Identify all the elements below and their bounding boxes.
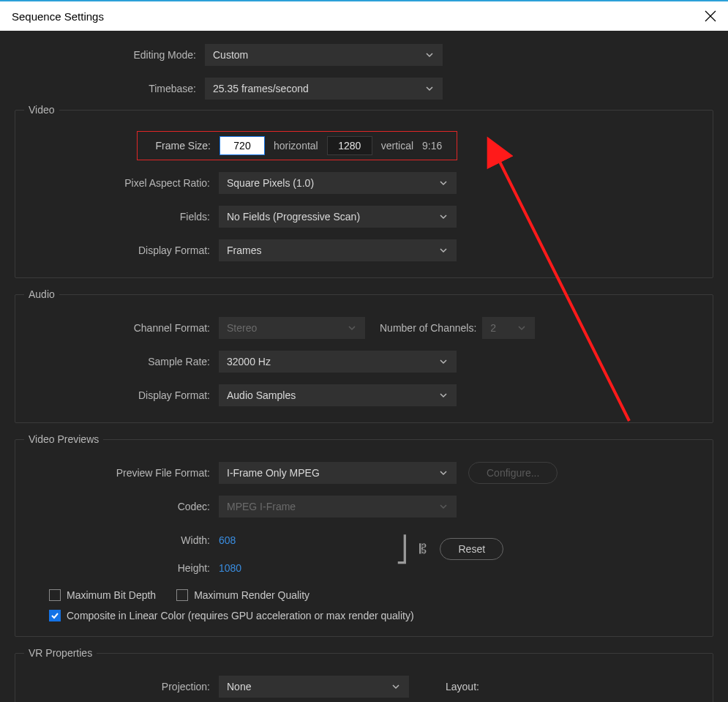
checkbox-checked-icon [49, 610, 61, 621]
vertical-label: vertical [381, 140, 413, 152]
sample-rate-row: Sample Rate: 32000 Hz [29, 349, 699, 374]
sample-rate-value: 32000 Hz [227, 356, 271, 367]
timebase-value: 25.35 frames/second [213, 83, 309, 94]
projection-row: Projection: None Layout: [29, 674, 699, 699]
preview-file-format-value: I-Frame Only MPEG [227, 467, 320, 479]
chevron-down-icon [517, 323, 527, 333]
par-row: Pixel Aspect Ratio: Square Pixels (1.0) [29, 171, 699, 195]
preview-height-row: Height: 1080 ⎦ 𝄡 Reset [29, 556, 699, 580]
editing-mode-select[interactable]: Custom [205, 44, 443, 66]
composite-label: Composite in Linear Color (requires GPU … [67, 610, 414, 621]
codec-value: MPEG I-Frame [227, 501, 296, 512]
chevron-down-icon [391, 682, 401, 692]
channel-format-select: Stereo [219, 317, 365, 339]
fields-select[interactable]: No Fields (Progressive Scan) [219, 206, 457, 228]
chevron-down-icon [438, 356, 449, 367]
channel-format-value: Stereo [227, 322, 257, 334]
chevron-down-icon [438, 212, 449, 222]
chevron-down-icon [424, 83, 435, 94]
max-checkboxes-row: Maximum Bit Depth Maximum Render Quality [29, 589, 699, 601]
audio-display-format-select[interactable]: Audio Samples [219, 384, 457, 406]
chevron-down-icon [438, 501, 449, 512]
chevron-down-icon [347, 323, 357, 333]
max-render-quality-label: Maximum Render Quality [194, 589, 309, 601]
chevron-down-icon [424, 50, 435, 60]
dialog-content: Editing Mode: Custom Timebase: 25.35 fra… [0, 31, 728, 702]
checkbox-icon [49, 589, 61, 601]
preview-height-value[interactable]: 1080 [219, 562, 241, 574]
video-group: Video Frame Size: horizontal vertical 9:… [15, 110, 713, 278]
sample-rate-select[interactable]: 32000 Hz [219, 351, 457, 373]
reset-button[interactable]: Reset [440, 538, 503, 560]
timebase-row: Timebase: 25.35 frames/second [15, 76, 713, 101]
par-value: Square Pixels (1.0) [227, 177, 314, 189]
window-title: Sequence Settings [12, 10, 104, 23]
layout-label: Layout: [446, 681, 479, 692]
audio-group-title: Audio [24, 288, 59, 300]
max-bit-depth-checkbox[interactable]: Maximum Bit Depth [49, 589, 156, 601]
frame-width-input[interactable] [219, 136, 265, 155]
codec-label: Codec: [29, 501, 219, 512]
channel-format-label: Channel Format: [29, 322, 219, 334]
aspect-ratio-text: 9:16 [422, 140, 442, 152]
channel-format-row: Channel Format: Stereo Number of Channel… [29, 315, 699, 340]
preview-width-label: Width: [29, 534, 219, 546]
preview-file-format-row: Preview File Format: I-Frame Only MPEG C… [29, 460, 699, 485]
bracket-icon: ⎦ [394, 542, 415, 556]
codec-row: Codec: MPEG I-Frame [29, 494, 699, 519]
composite-row: Composite in Linear Color (requires GPU … [29, 610, 699, 621]
video-previews-title: Video Previews [24, 433, 103, 445]
video-display-format-label: Display Format: [29, 244, 219, 256]
editing-mode-row: Editing Mode: Custom [15, 42, 713, 67]
link-icon[interactable]: 𝄡 [419, 542, 427, 557]
editing-mode-label: Editing Mode: [15, 49, 205, 61]
close-button[interactable] [705, 10, 716, 22]
preview-file-format-select[interactable]: I-Frame Only MPEG [219, 462, 457, 484]
audio-group: Audio Channel Format: Stereo Number of C… [15, 294, 713, 423]
fields-row: Fields: No Fields (Progressive Scan) [29, 204, 699, 229]
editing-mode-value: Custom [213, 49, 248, 61]
max-bit-depth-label: Maximum Bit Depth [67, 589, 156, 601]
max-render-quality-checkbox[interactable]: Maximum Render Quality [176, 589, 309, 601]
preview-file-format-label: Preview File Format: [29, 467, 219, 479]
checkbox-icon [176, 589, 188, 601]
num-channels-value: 2 [490, 322, 496, 334]
preview-width-value[interactable]: 608 [219, 534, 236, 546]
chevron-down-icon [438, 468, 449, 478]
frame-size-row: Frame Size: horizontal vertical 9:16 [29, 131, 699, 160]
preview-height-label: Height: [29, 562, 219, 574]
codec-select: MPEG I-Frame [219, 496, 457, 518]
titlebar: Sequence Settings [0, 0, 728, 31]
timebase-label: Timebase: [15, 83, 205, 94]
vr-group: VR Properties Projection: None Layout: [15, 653, 713, 702]
frame-size-label: Frame Size: [138, 140, 219, 152]
video-display-format-value: Frames [227, 244, 261, 256]
chevron-down-icon [438, 245, 449, 255]
audio-display-format-value: Audio Samples [227, 389, 296, 401]
audio-display-format-label: Display Format: [29, 389, 219, 401]
video-display-format-row: Display Format: Frames [29, 238, 699, 263]
par-select[interactable]: Square Pixels (1.0) [219, 172, 457, 194]
video-previews-group: Video Previews Preview File Format: I-Fr… [15, 439, 713, 637]
composite-checkbox[interactable]: Composite in Linear Color (requires GPU … [49, 610, 414, 621]
num-channels-label: Number of Channels: [380, 322, 476, 334]
chevron-down-icon [438, 390, 449, 400]
frame-size-highlight: Frame Size: horizontal vertical 9:16 [137, 131, 457, 160]
projection-value: None [227, 681, 251, 692]
par-label: Pixel Aspect Ratio: [29, 177, 219, 189]
video-display-format-select[interactable]: Frames [219, 239, 457, 261]
timebase-select[interactable]: 25.35 frames/second [205, 78, 443, 100]
num-channels-select: 2 [482, 317, 535, 339]
video-group-title: Video [24, 104, 59, 116]
horizontal-label: horizontal [274, 140, 318, 152]
configure-button: Configure... [468, 462, 558, 484]
vr-group-title: VR Properties [24, 647, 97, 659]
projection-select[interactable]: None [219, 676, 409, 698]
sample-rate-label: Sample Rate: [29, 356, 219, 367]
close-icon [705, 10, 716, 22]
frame-height-input[interactable] [327, 136, 372, 155]
chevron-down-icon [438, 178, 449, 188]
projection-label: Projection: [29, 681, 219, 692]
fields-value: No Fields (Progressive Scan) [227, 211, 360, 223]
fields-label: Fields: [29, 211, 219, 223]
